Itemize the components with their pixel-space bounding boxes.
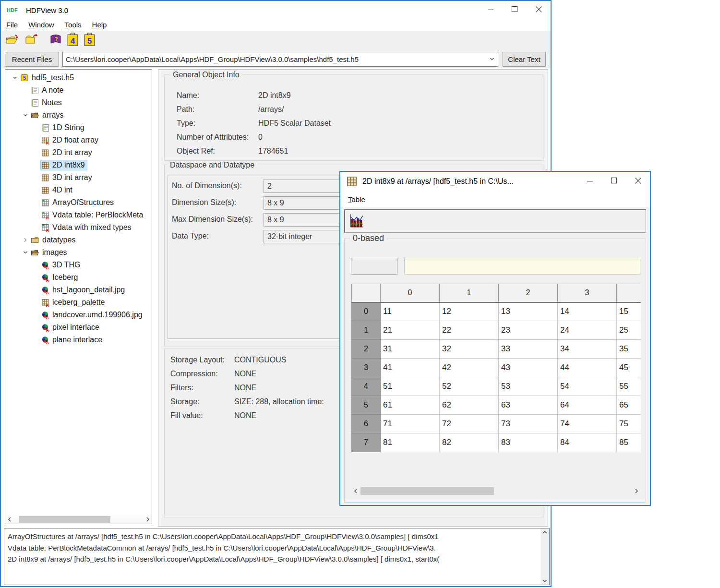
row-header-7[interactable]: 7 [352, 433, 381, 452]
tree-scrollbar-thumb[interactable] [19, 516, 110, 523]
tree-item-2d-float-array[interactable]: A2D float array [5, 134, 152, 146]
tree-item-hdf5-test-h5[interactable]: 5hdf5_test.h5 [5, 72, 152, 84]
grid-cell[interactable]: 52 [440, 377, 499, 396]
scroll-right-icon[interactable] [632, 488, 640, 494]
grid-cell[interactable]: 31 [381, 340, 440, 359]
lineplot-button[interactable] [348, 213, 365, 230]
grid-cell[interactable]: 25 [617, 321, 641, 340]
grid-cell[interactable]: 12 [440, 302, 499, 321]
grid-cell[interactable]: 64 [558, 396, 617, 415]
grid-scrollbar-thumb[interactable] [360, 487, 494, 495]
column-header-2[interactable]: 2 [499, 284, 558, 302]
tree-item-a-note[interactable]: A note [5, 84, 152, 96]
menu-window[interactable]: Window [28, 20, 59, 30]
grid-cell[interactable]: 82 [440, 433, 499, 452]
tree-item-4d-int[interactable]: 4D int [5, 184, 152, 196]
minimize-button[interactable] [578, 172, 602, 191]
grid-cell[interactable]: 24 [558, 321, 617, 340]
row-header-4[interactable]: 4 [352, 377, 381, 396]
tree-item-images[interactable]: images [5, 246, 152, 259]
grid-cell[interactable]: 43 [499, 359, 558, 377]
grid-cell[interactable]: 81 [381, 433, 440, 452]
chevron-down-icon[interactable] [10, 75, 20, 81]
scroll-up-icon[interactable] [542, 528, 548, 536]
grid-cell[interactable]: 34 [558, 340, 617, 359]
grid-cell[interactable]: 11 [381, 302, 440, 321]
grid-cell[interactable]: 55 [617, 377, 641, 396]
recent-files-button[interactable]: Recent Files [5, 52, 59, 67]
scroll-down-icon[interactable] [542, 577, 548, 585]
clear-text-button[interactable]: Clear Text [503, 52, 546, 67]
maximize-button[interactable] [602, 172, 626, 191]
grid-cell[interactable]: 84 [558, 433, 617, 452]
tree-horizontal-scrollbar[interactable] [5, 515, 152, 524]
tree-item-pixel-interlace[interactable]: Apixel interlace [5, 321, 152, 334]
tree-item-2d-int-array[interactable]: 2D int array [5, 146, 152, 159]
grid-cell[interactable]: 44 [558, 359, 617, 377]
grid-cell[interactable]: 13 [499, 302, 558, 321]
grid-cell[interactable]: 65 [617, 396, 641, 415]
tree-item-vdata-with-mixed-types[interactable]: AVdata with mixed types [5, 221, 152, 234]
grid-cell[interactable]: 85 [617, 433, 641, 452]
column-header-4[interactable]: 4 [617, 284, 641, 302]
chevron-down-icon[interactable] [21, 112, 30, 118]
grid-cell[interactable]: 75 [617, 415, 641, 433]
grid-cell[interactable]: 32 [440, 340, 499, 359]
hdf4-file-large-button[interactable]: 4 [66, 33, 79, 48]
cell-value-field[interactable] [404, 258, 640, 275]
tree-item-notes[interactable]: Notes [5, 96, 152, 109]
close-button[interactable] [626, 172, 650, 191]
grid-cell[interactable]: 74 [558, 415, 617, 433]
tree-scrollbar-track[interactable] [13, 516, 144, 523]
maximize-button[interactable] [503, 1, 527, 19]
grid-horizontal-scrollbar[interactable] [351, 484, 640, 498]
column-header-0[interactable]: 0 [381, 284, 440, 302]
menu-file[interactable]: File [6, 20, 23, 30]
help-book-button[interactable]: ? [49, 33, 62, 48]
tree-item-iceberg-palette[interactable]: Aiceberg_palette [5, 296, 152, 309]
grid-cell[interactable]: 33 [499, 340, 558, 359]
grid-cell[interactable]: 14 [558, 302, 617, 321]
grid-cell[interactable]: 41 [381, 359, 440, 377]
grid-cell[interactable]: 54 [558, 377, 617, 396]
grid-cell[interactable]: 61 [381, 396, 440, 415]
row-header-3[interactable]: 3 [352, 359, 381, 377]
menu-help[interactable]: Help [92, 20, 112, 30]
tree-item-plane-interlace[interactable]: Aplane interlace [5, 334, 152, 346]
tree-item-arrayofstructures[interactable]: ArrayOfStructures [5, 196, 152, 209]
column-header-1[interactable]: 1 [440, 284, 499, 302]
chevron-right-icon[interactable] [21, 237, 30, 243]
grid-cell[interactable]: 83 [499, 433, 558, 452]
tree-item-3d-thg[interactable]: A3D THG [5, 259, 152, 271]
tree-item-hst-lagoon-detail-jpg[interactable]: Ahst_lagoon_detail.jpg [5, 284, 152, 296]
chevron-down-icon[interactable] [21, 250, 30, 255]
grid-scrollbar-track[interactable] [360, 487, 632, 495]
grid-cell[interactable]: 22 [440, 321, 499, 340]
open-file-button[interactable] [5, 33, 20, 48]
status-log[interactable]: ArrayOfStructures at /arrays/ [hdf5_test… [4, 528, 550, 585]
grid-cell[interactable]: 23 [499, 321, 558, 340]
scroll-left-icon[interactable] [351, 488, 360, 494]
grid-cell[interactable]: 62 [440, 396, 499, 415]
log-vertical-scrollbar[interactable] [540, 528, 549, 585]
scroll-left-icon[interactable] [5, 516, 13, 522]
grid-cell[interactable]: 45 [617, 359, 641, 377]
combo-dropdown-icon[interactable] [486, 56, 498, 62]
hdf5-file-large-button[interactable]: 5 [83, 33, 96, 48]
file-path-combobox[interactable]: C:\Users\lori.cooper\AppData\Local\Apps\… [62, 52, 498, 67]
grid-cell[interactable]: 35 [617, 340, 641, 359]
grid-cell[interactable]: 72 [440, 415, 499, 433]
grid-cell[interactable]: 73 [499, 415, 558, 433]
grid-cell[interactable]: 51 [381, 377, 440, 396]
scroll-right-icon[interactable] [144, 516, 152, 522]
tree-item-2d-int8x9[interactable]: 2D int8x9 [5, 159, 152, 171]
minimize-button[interactable] [479, 1, 503, 19]
grid-cell[interactable]: 42 [440, 359, 499, 377]
grid-cell[interactable]: 53 [499, 377, 558, 396]
row-header-0[interactable]: 0 [352, 302, 381, 321]
row-header-2[interactable]: 2 [352, 340, 381, 359]
menu-table[interactable]: Table [348, 194, 370, 204]
tree-item-datatypes[interactable]: datatypes [5, 234, 152, 246]
tree-item-vdata-table-perblockmeta[interactable]: AVdata table: PerBlockMeta [5, 209, 152, 221]
grid-cell[interactable]: 21 [381, 321, 440, 340]
